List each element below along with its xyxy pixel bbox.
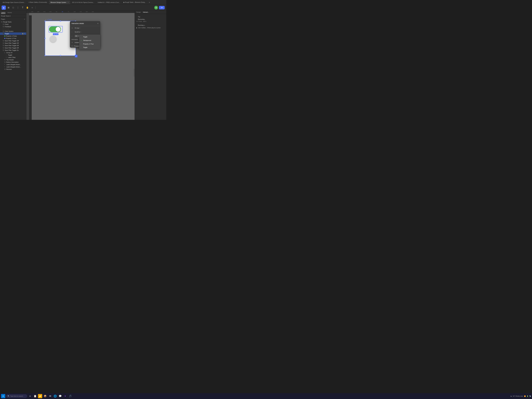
breadcrumb[interactable]: Rough Tasks ▾ [0, 15, 26, 18]
dropdown-toggle-2[interactable]: Toggle [79, 46, 100, 49]
vertical-ruler [29, 15, 32, 120]
layers-tab[interactable]: Layers [1, 11, 5, 14]
modal-header: Interaction details ✕ [70, 21, 100, 26]
frame-icon: ⬛ [4, 62, 6, 63]
removing-header: Removing... [136, 18, 165, 20]
select-tool[interactable]: ▲ [2, 6, 6, 10]
trigger-dropdown[interactable]: On tap ▾ [75, 27, 80, 29]
assets-tab[interactable]: Assets [7, 12, 12, 14]
preserve-scroll-checkbox[interactable] [71, 45, 73, 47]
group-icon: ◻ [4, 52, 6, 53]
pen-tool[interactable]: ⋮ [16, 6, 20, 10]
action-dropdown[interactable]: Scroll to ▾ [75, 31, 81, 33]
layer-save-filter-on[interactable]: ⬛ Save Filter Toggle On [0, 49, 26, 51]
layer-top-header[interactable]: ⬛ Top Header [0, 59, 26, 61]
play-icon: ▶ [136, 27, 137, 29]
toggle-knob-2 [50, 36, 56, 42]
layer-save-filter-off-4[interactable]: ⬛ Save Filter Toggle Off [0, 47, 26, 49]
running-header: Running y... [136, 24, 165, 26]
layer-color-system[interactable]: ⬛ Color System [0, 30, 26, 32]
animation-icon: ✕ [71, 42, 74, 43]
comment-tool[interactable]: ○ [30, 6, 34, 10]
layer-bottom-description[interactable]: ⬛ Bottom Description [0, 61, 26, 63]
text-icon: T [4, 64, 6, 65]
layer-save-filter-off-1[interactable]: ⬛ Save Filter Toggle Off [0, 40, 26, 42]
size-label: 51 × 31 [53, 33, 58, 35]
modal-close-button[interactable]: ✕ [97, 22, 99, 25]
corner-ml[interactable] [44, 38, 46, 39]
tab-rough-tasks[interactable]: ▶ Rough Tasks – Blossom Desig... [122, 0, 147, 4]
frame-icon: ⬛ [3, 45, 4, 46]
interact-tab[interactable]: Interact... [143, 11, 149, 13]
layer-property-true[interactable]: Property 1=True [0, 37, 26, 40]
dropdown-property-true[interactable]: Property 1=True [79, 42, 100, 46]
corner-tl[interactable] [44, 21, 46, 22]
new-tab-button[interactable]: + [148, 1, 151, 4]
hand-tool[interactable]: ✋ [25, 6, 30, 10]
share-button[interactable]: Sh [159, 6, 165, 9]
scroll-to-dropdown[interactable]: Toggle ✓ Background Property 1=True Togg… [79, 35, 100, 50]
close-tab-icon[interactable]: ✕ [68, 2, 69, 3]
dot-icon [4, 36, 5, 37]
tab-untitled[interactable]: Untitled UI – FREE version (Com... [96, 0, 122, 4]
add-page-icon[interactable]: + [24, 18, 25, 20]
toggle-component[interactable]: 51 × 31 [49, 26, 66, 34]
dropdown-background[interactable]: ✓ Background [79, 38, 100, 42]
corner-bm[interactable] [60, 55, 61, 56]
right-panel: Design Interact... Tap Removing... ✕× To… [135, 11, 166, 120]
frame-icon: ⬛ [3, 24, 4, 25]
frame-plus-button[interactable]: + [75, 55, 77, 57]
layer-feedback[interactable]: ⬛ Feedback [0, 25, 26, 28]
circle-icon: ○ [6, 54, 7, 56]
frame-icon: ⬛ [4, 69, 6, 70]
action-row[interactable]: ↕ Scroll to ▾ [70, 30, 100, 34]
frame-icon: ⬛ [3, 33, 4, 34]
layer-toggle[interactable]: ⬛ Toggle 🔒 👁 [0, 32, 26, 35]
main-layout: Layers Assets Rough Tasks ▾ Pages + ⬛ Ro… [0, 11, 166, 120]
tab-ios[interactable]: iOS 14 UI Kit for Figma (Commu... [70, 0, 96, 4]
toolbar-right: S Sh [154, 6, 165, 10]
dot-icon [4, 38, 5, 39]
avatar[interactable]: S [154, 6, 158, 10]
frame-icon: ⬛ [3, 50, 4, 51]
dropdown-toggle[interactable]: Toggle [79, 35, 100, 38]
layer-cover[interactable]: ⬛ Cover [0, 23, 26, 25]
layer-rough-tasks[interactable]: ⬛ Rough Tasks [0, 21, 26, 23]
layer-remove[interactable]: ⬛ Remove [0, 68, 26, 70]
removing-text: ✕× To de... and c [136, 20, 165, 22]
layer-save-filter-off-2[interactable]: ⬛ Save Filter Toggle Off [0, 42, 26, 44]
frame-icon: ⬛ [3, 40, 4, 41]
running-section: Running y... ▶ Use t toolbar... If there… [136, 24, 165, 29]
scrollbar-thumb[interactable] [134, 69, 134, 77]
right-panel-tabs: Design Interact... [135, 11, 166, 14]
layer-negate-1[interactable]: T Label (Negate Action... [0, 63, 26, 66]
svg-line-0 [58, 26, 63, 33]
offset-icon: ↨ [71, 35, 74, 37]
tab-ant-design[interactable]: Ant Design Open Source (Comm... [1, 0, 27, 4]
corner-bl[interactable] [44, 55, 46, 56]
layer-label-title[interactable]: T Label (Title) [0, 56, 26, 59]
scrollbar[interactable] [133, 15, 135, 120]
layer-group24[interactable]: ◻ Group 24 [0, 51, 26, 54]
design-tab[interactable]: Design [136, 11, 141, 13]
text-icon: T [4, 66, 6, 68]
text-tool[interactable]: T [21, 6, 25, 10]
layer-property-false[interactable]: Property 1=False [0, 35, 26, 37]
corner-tm[interactable] [60, 21, 61, 22]
trigger-icon: ⊙ [71, 27, 74, 29]
horizontal-ruler: -245 -300 -375 -430 -25 20 71 125 175 20… [26, 11, 135, 13]
tab-base-gallery[interactable]: ✦ Base Gallery (Community) [27, 0, 49, 4]
toolbar: ▲ ⊞ □ ⋮ T ✋ ○ S Sh [0, 5, 166, 11]
layer-save-filter-off-3[interactable]: ⬛ Save Filter Toggle Off [0, 44, 26, 47]
layer-separator: x-----------x [0, 28, 26, 30]
lock-icon: 🔒 [22, 33, 24, 34]
frame-icon: ⬛ [3, 47, 4, 49]
layer-toggle-inner[interactable]: ○ Toggle [0, 54, 26, 56]
canvas-area[interactable]: -245 -300 -375 -430 -25 20 71 125 175 20… [26, 11, 135, 120]
frame-tool[interactable]: ⊞ [6, 6, 11, 10]
tab-blossom[interactable]: Blossom Design System ✕ [49, 0, 70, 4]
frame-icon: ⬛ [1, 21, 3, 23]
trigger-row[interactable]: ⊙ On tap ▾ [70, 26, 100, 30]
shape-tool[interactable]: □ [11, 6, 15, 10]
layer-negate-2[interactable]: T Label (Negate Action... [0, 66, 26, 68]
